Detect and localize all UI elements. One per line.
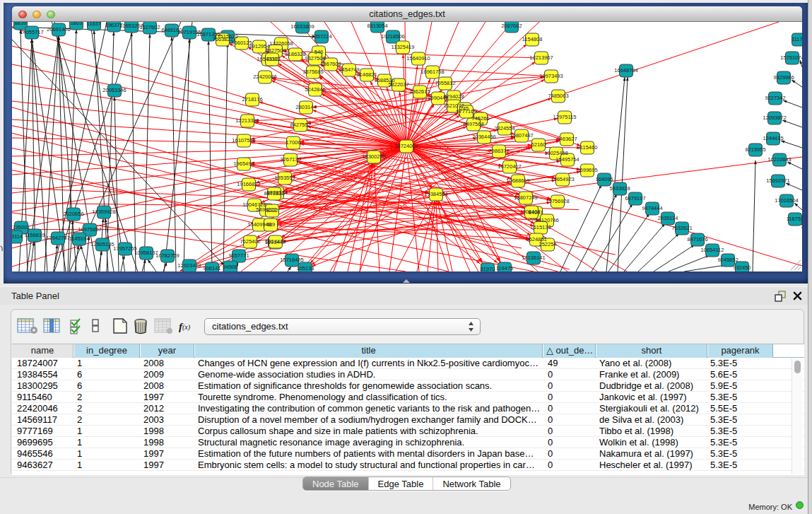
- svg-text:11637: 11637: [87, 22, 101, 27]
- svg-text:9115460: 9115460: [577, 144, 598, 151]
- svg-text:16033809: 16033809: [290, 23, 314, 30]
- svg-text:14055717: 14055717: [20, 29, 43, 35]
- svg-text:16961758: 16961758: [420, 69, 444, 75]
- svg-text:2087682: 2087682: [501, 23, 522, 29]
- svg-text:9777169: 9777169: [456, 108, 476, 115]
- svg-text:16107556: 16107556: [232, 137, 255, 144]
- svg-text:5822037: 5822037: [388, 81, 408, 88]
- svg-text:15640910: 15640910: [406, 55, 430, 62]
- svg-text:735001: 735001: [12, 224, 30, 230]
- svg-text:9699695: 9699695: [577, 167, 597, 173]
- svg-text:15692971: 15692971: [766, 177, 789, 184]
- svg-text:908404: 908404: [522, 209, 540, 215]
- svg-text:17006: 17006: [286, 139, 301, 146]
- svg-text:12942737: 12942737: [46, 235, 69, 241]
- svg-text:1145194: 1145194: [69, 235, 90, 242]
- svg-text:252254: 252254: [539, 241, 556, 247]
- svg-text:9463627: 9463627: [556, 136, 577, 142]
- svg-text:9474444: 9474444: [642, 205, 662, 211]
- svg-text:7485063: 7485063: [548, 93, 568, 99]
- svg-text:18807249: 18807249: [514, 194, 537, 201]
- svg-text:8215955: 8215955: [745, 146, 765, 153]
- svg-text:20053346: 20053346: [102, 87, 126, 93]
- svg-text:16782759: 16782759: [155, 252, 179, 259]
- svg-text:62160: 62160: [531, 141, 546, 148]
- svg-text:8878330: 8878330: [264, 190, 284, 197]
- svg-text:14136141: 14136141: [522, 255, 545, 261]
- svg-text:1362615: 1362615: [409, 88, 430, 95]
- svg-text:20364456: 20364456: [472, 134, 495, 140]
- svg-text:3312: 3312: [266, 56, 278, 62]
- svg-text:6914479: 6914479: [265, 238, 286, 245]
- svg-text:16120746: 16120746: [535, 217, 558, 223]
- svg-text:81970: 81970: [481, 266, 495, 272]
- svg-text:12213389: 12213389: [235, 117, 259, 124]
- svg-text:7625402: 7625402: [240, 238, 260, 245]
- svg-text:1244415: 1244415: [763, 135, 783, 141]
- svg-text:15720407: 15720407: [498, 163, 521, 170]
- svg-text:2935114: 2935114: [658, 215, 678, 221]
- svg-text:3875685: 3875685: [302, 69, 323, 75]
- svg-text:2020656: 2020656: [63, 211, 83, 217]
- svg-text:8222: 8222: [266, 207, 278, 214]
- svg-text:5933928: 5933928: [609, 185, 630, 192]
- svg-text:105133: 105133: [296, 265, 314, 271]
- svg-text:10654112: 10654112: [701, 247, 724, 253]
- svg-text:15495754: 15495754: [555, 156, 579, 163]
- svg-text:19756928: 19756928: [546, 198, 569, 204]
- svg-text:(x): (x): [182, 323, 191, 332]
- svg-text:11325419: 11325419: [392, 44, 415, 50]
- svg-text:18300295: 18300295: [362, 153, 385, 160]
- svg-text:2803144: 2803144: [295, 104, 316, 110]
- svg-text:3824554: 3824554: [494, 125, 514, 132]
- svg-text:22420046: 22420046: [253, 74, 276, 80]
- svg-text:1803: 1803: [71, 22, 83, 26]
- svg-text:13226058: 13226058: [269, 40, 293, 47]
- svg-text:7663822: 7663822: [212, 36, 233, 42]
- svg-text:94506: 94506: [223, 264, 238, 270]
- svg-text:6497568: 6497568: [463, 121, 483, 127]
- svg-text:17957255: 17957255: [113, 245, 136, 252]
- svg-text:9245652: 9245652: [717, 257, 738, 263]
- svg-text:932450: 932450: [733, 264, 751, 271]
- svg-text:546: 546: [314, 49, 324, 55]
- svg-text:7632621: 7632621: [671, 225, 692, 231]
- svg-text:8471676: 8471676: [687, 236, 707, 243]
- svg-text:1156819: 1156819: [25, 232, 45, 238]
- svg-text:15716485: 15716485: [280, 257, 303, 263]
- svg-text:3267130: 3267130: [280, 156, 300, 163]
- svg-text:7986372: 7986372: [488, 148, 509, 154]
- svg-text:1965498: 1965498: [233, 160, 254, 167]
- svg-text:9327509: 9327509: [265, 47, 286, 54]
- svg-text:9329966: 9329966: [773, 74, 794, 81]
- svg-text:7955812: 7955812: [435, 80, 455, 86]
- svg-text:12505135: 12505135: [90, 241, 114, 247]
- svg-text:18724007: 18724007: [394, 143, 418, 149]
- svg-text:10973493: 10973493: [539, 73, 563, 79]
- svg-text:10688609: 10688609: [506, 177, 529, 184]
- svg-text:8186328: 8186328: [285, 51, 305, 57]
- svg-text:17359928: 17359928: [92, 209, 115, 215]
- svg-text:19218506: 19218506: [381, 33, 404, 40]
- svg-text:15751074: 15751074: [780, 54, 802, 61]
- svg-text:1527602: 1527602: [139, 24, 160, 30]
- svg-text:9227342: 9227342: [765, 95, 785, 101]
- svg-text:489: 489: [266, 221, 276, 228]
- svg-text:12923448: 12923448: [177, 262, 201, 269]
- svg-text:39114: 39114: [12, 233, 23, 240]
- svg-text:19654923: 19654923: [551, 176, 574, 182]
- svg-text:12975115: 12975115: [553, 114, 577, 120]
- svg-text:16648784: 16648784: [614, 67, 637, 74]
- svg-text:8813054: 8813054: [367, 23, 387, 29]
- svg-text:164095: 164095: [595, 176, 613, 182]
- svg-text:2718176: 2718176: [242, 96, 262, 103]
- svg-text:906141: 906141: [203, 265, 220, 271]
- svg-text:12213967: 12213967: [529, 54, 553, 61]
- svg-text:16210643: 16210643: [767, 156, 791, 163]
- svg-text:17016504: 17016504: [775, 197, 798, 204]
- svg-text:10025458: 10025458: [544, 150, 567, 156]
- svg-text:2867608: 2867608: [320, 61, 341, 67]
- svg-text:8839: 8839: [15, 22, 27, 26]
- svg-text:12093872: 12093872: [763, 115, 786, 121]
- svg-text:19384554: 19384554: [424, 191, 447, 197]
